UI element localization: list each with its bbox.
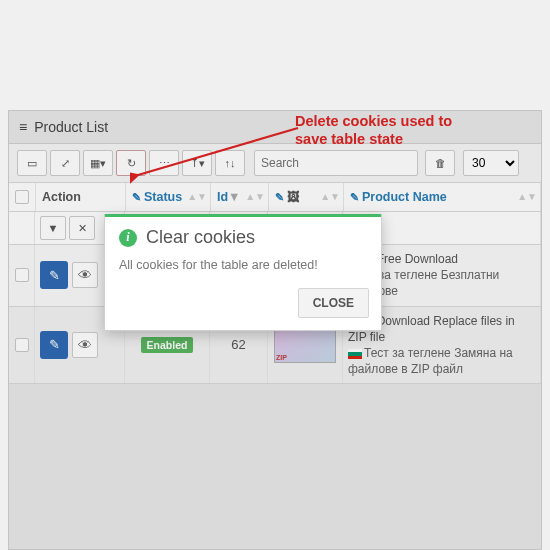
close-button[interactable]: CLOSE — [298, 288, 369, 318]
modal-title: Clear cookies — [146, 227, 255, 248]
info-icon: i — [119, 229, 137, 247]
clear-cookies-modal: i Clear cookies All cookies for the tabl… — [104, 214, 382, 331]
modal-body: All cookies for the table are deleted! — [105, 254, 381, 282]
